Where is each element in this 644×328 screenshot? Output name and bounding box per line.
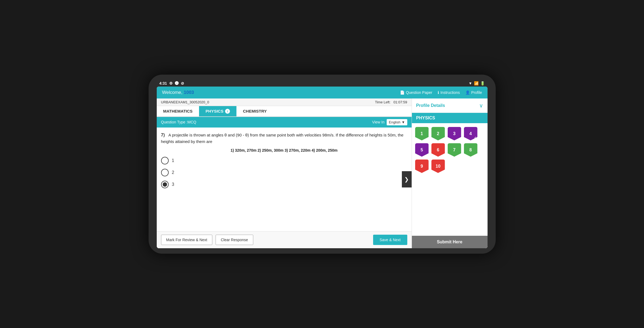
settings-icon: ⚙ bbox=[169, 81, 173, 85]
option-2-label: 2 bbox=[172, 170, 174, 175]
save-next-button[interactable]: Save & Next bbox=[373, 235, 407, 245]
wifi-icon: ▼ bbox=[469, 81, 472, 85]
option-1[interactable]: 1 bbox=[161, 157, 407, 164]
time-left-label: Time Left: bbox=[375, 100, 390, 104]
chevron-down-icon: ▼ bbox=[402, 120, 405, 124]
tab-chemistry[interactable]: CHEMISTRY bbox=[236, 106, 273, 116]
screen: Welcome, 1003 📄 Question Paper ℹ Instruc… bbox=[157, 87, 488, 248]
language-value: English bbox=[389, 120, 401, 124]
bottom-buttons: Mark For Review & Next Clear Response Sa… bbox=[157, 231, 412, 248]
q-bubble-4[interactable]: 4 bbox=[464, 127, 478, 141]
question-options-text: 1) 320m, 270m 2) 250m, 300m 3) 270m, 220… bbox=[161, 148, 407, 152]
document-icon: 📄 bbox=[400, 90, 405, 95]
text-icon: 🅐 bbox=[175, 81, 179, 85]
q-bubble-6[interactable]: 6 bbox=[431, 143, 445, 157]
radio-2[interactable] bbox=[161, 169, 169, 176]
right-panel: Profile Details ∨ PHYSICS 1 2 3 4 5 6 7 … bbox=[412, 98, 488, 248]
q-bubble-3[interactable]: 3 bbox=[448, 127, 461, 141]
q-bubble-8[interactable]: 8 bbox=[464, 143, 478, 157]
question-paper-button[interactable]: 📄 Question Paper bbox=[400, 90, 432, 95]
chevron-down-icon: ∨ bbox=[479, 102, 483, 109]
question-paper-label: Question Paper bbox=[406, 90, 432, 95]
question-type-bar: Question Type :MCQ View In English ▼ bbox=[157, 117, 412, 128]
language-select[interactable]: English ▼ bbox=[387, 119, 407, 125]
time-display: 4:31 bbox=[159, 81, 167, 85]
question-number: 7) bbox=[161, 133, 165, 137]
info-badge-icon: i bbox=[225, 109, 230, 114]
q-bubble-1[interactable]: 1 bbox=[415, 127, 429, 141]
signal-icon: 📶 bbox=[474, 81, 479, 85]
time-left-value: 01:07:59 bbox=[393, 100, 407, 104]
header-actions: 📄 Question Paper ℹ Instructions 👤 Profil… bbox=[400, 90, 482, 95]
profile-label: Profile bbox=[471, 90, 482, 95]
q-bubble-9[interactable]: 9 bbox=[415, 160, 429, 173]
arrow-icon: ❯ bbox=[404, 176, 409, 183]
options-list: 1 2 3 bbox=[161, 157, 407, 188]
question-grid: 1 2 3 4 5 6 7 8 9 10 bbox=[412, 123, 488, 177]
q-bubble-10[interactable]: 10 bbox=[431, 160, 445, 173]
profile-details-label: Profile Details bbox=[416, 103, 445, 108]
scroll-right-arrow[interactable]: ❯ bbox=[402, 171, 412, 187]
profile-details-bar[interactable]: Profile Details ∨ bbox=[412, 98, 488, 113]
mathematics-label: MATHEMATICS bbox=[163, 109, 193, 113]
view-in-control: View In English ▼ bbox=[372, 119, 407, 125]
exam-bar: URBANEEXAM1_30052020_0 Time Left: 01:07:… bbox=[157, 98, 412, 106]
main-content: URBANEEXAM1_30052020_0 Time Left: 01:07:… bbox=[157, 98, 488, 248]
no-sim-icon: ⊘ bbox=[181, 81, 184, 85]
q-bubble-2[interactable]: 2 bbox=[431, 127, 445, 141]
status-right: ▼ 📶 🔋 bbox=[469, 81, 485, 85]
question-content: 7) A projectile is thrown at angles θ an… bbox=[157, 128, 412, 231]
mark-review-button[interactable]: Mark For Review & Next bbox=[161, 235, 213, 245]
welcome-text: Welcome, 1003 bbox=[162, 90, 194, 95]
profile-button[interactable]: 👤 Profile bbox=[465, 90, 482, 95]
option-3[interactable]: 3 bbox=[161, 181, 407, 188]
radio-1[interactable] bbox=[161, 157, 169, 164]
subject-tabs: MATHEMATICS PHYSICS i CHEMISTRY bbox=[157, 106, 412, 117]
q-bubble-5[interactable]: 5 bbox=[415, 143, 429, 157]
instructions-button[interactable]: ℹ Instructions bbox=[438, 90, 460, 95]
info-icon: ℹ bbox=[438, 90, 439, 95]
option-3-label: 3 bbox=[172, 182, 174, 187]
tab-mathematics[interactable]: MATHEMATICS bbox=[157, 106, 199, 116]
q-bubble-7[interactable]: 7 bbox=[448, 143, 461, 157]
question-type-label: Question Type :MCQ bbox=[161, 120, 196, 124]
battery-icon: 🔋 bbox=[480, 81, 485, 85]
radio-3-inner bbox=[163, 182, 167, 187]
question-panel: URBANEEXAM1_30052020_0 Time Left: 01:07:… bbox=[157, 98, 412, 248]
person-icon: 👤 bbox=[465, 90, 470, 95]
app-header: Welcome, 1003 📄 Question Paper ℹ Instruc… bbox=[157, 87, 488, 98]
chemistry-label: CHEMISTRY bbox=[243, 109, 267, 113]
submit-button[interactable]: Submit Here bbox=[412, 236, 488, 248]
exam-id: URBANEEXAM1_30052020_0 bbox=[161, 100, 209, 104]
instructions-label: Instructions bbox=[440, 90, 460, 95]
time-left-display: Time Left: 01:07:59 bbox=[375, 100, 407, 104]
status-left: 4:31 ⚙ 🅐 ⊘ bbox=[159, 81, 184, 85]
physics-sidebar-label: PHYSICS bbox=[412, 113, 488, 123]
option-2[interactable]: 2 bbox=[161, 169, 407, 176]
physics-tab-label: PHYSICS bbox=[206, 109, 223, 113]
view-in-label: View In bbox=[372, 120, 385, 124]
status-bar: 4:31 ⚙ 🅐 ⊘ ▼ 📶 🔋 bbox=[157, 80, 488, 87]
clear-response-button[interactable]: Clear Response bbox=[216, 235, 253, 245]
user-id: 1003 bbox=[184, 90, 194, 95]
tab-physics[interactable]: PHYSICS i bbox=[199, 106, 236, 116]
welcome-prefix: Welcome, bbox=[162, 90, 182, 95]
radio-3[interactable] bbox=[161, 181, 169, 188]
option-1-label: 1 bbox=[172, 158, 174, 163]
device-frame: 4:31 ⚙ 🅐 ⊘ ▼ 📶 🔋 Welcome, 1003 📄 Questio… bbox=[149, 75, 496, 254]
question-text: A projectile is thrown at angles θ and (… bbox=[161, 133, 403, 144]
question-header: 7) A projectile is thrown at angles θ an… bbox=[161, 132, 407, 145]
